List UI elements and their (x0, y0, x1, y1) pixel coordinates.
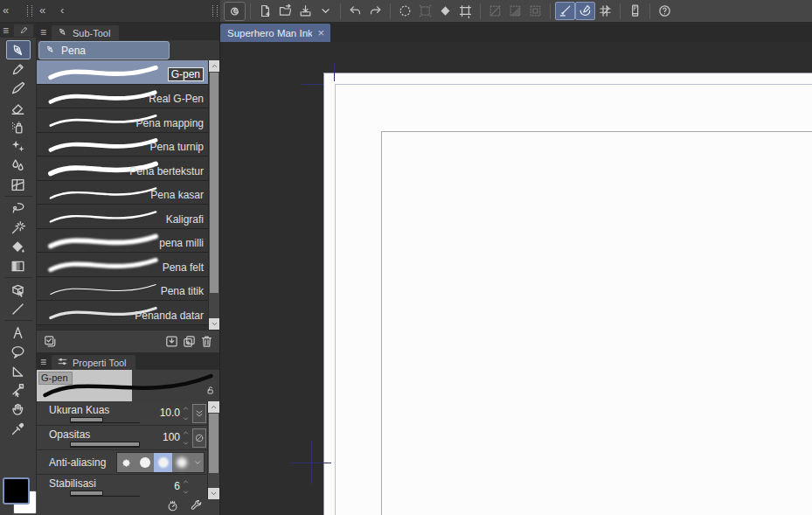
tool-decoration[interactable] (6, 136, 31, 156)
unlock-icon[interactable] (205, 384, 216, 400)
palette-grip-handle[interactable] (27, 5, 32, 17)
deselect-button[interactable] (395, 2, 415, 20)
tool-property-tab[interactable]: Properti Tool (52, 355, 135, 370)
tool-blend[interactable] (6, 156, 31, 175)
back-arrow-icon[interactable]: ‹ (60, 3, 64, 18)
anti-aliasing-weak-button[interactable] (135, 453, 154, 472)
scroll-thumb[interactable] (210, 73, 219, 293)
tool-property-menu-icon[interactable]: ≡ (40, 357, 46, 367)
brush-size-value[interactable]: 10.0 (160, 407, 180, 419)
multi-check-icon[interactable] (41, 333, 59, 351)
tool-palette-tab[interactable] (14, 24, 33, 37)
subtool-menu-icon[interactable]: ≡ (40, 27, 46, 38)
anti-aliasing-none-button[interactable] (117, 453, 135, 472)
subtool-item[interactable]: Pena bertekstur (37, 157, 208, 181)
tool-balloon[interactable] (6, 342, 31, 361)
palette-grip-handle-right[interactable] (212, 5, 218, 17)
subtool-item[interactable]: Pena felt (37, 253, 208, 277)
subtool-item[interactable]: Pena titik (37, 277, 208, 302)
pen-group-button[interactable]: Pena (38, 41, 170, 59)
detail-settings-icon[interactable] (187, 497, 205, 514)
tool-pencil[interactable] (6, 59, 31, 79)
subtool-tab[interactable]: Sub-Tool (52, 25, 119, 40)
fill-button[interactable] (435, 2, 455, 20)
new-file-button[interactable] (255, 2, 275, 20)
tool-operation[interactable] (6, 280, 31, 299)
close-tab-icon[interactable]: × (317, 27, 324, 38)
opacity-slider[interactable] (70, 442, 140, 448)
tool-airbrush[interactable] (6, 117, 31, 136)
opacity-dynamics-button[interactable] (192, 428, 206, 448)
opacity-spinner[interactable] (181, 429, 191, 447)
clip-studio-logo-button[interactable] (224, 2, 246, 21)
tool-selection[interactable] (6, 198, 31, 218)
companion-mode-button[interactable] (625, 2, 645, 20)
save-file-button[interactable] (295, 2, 316, 20)
help-button[interactable] (655, 2, 675, 20)
scroll-thumb[interactable] (209, 414, 219, 473)
canvas-area[interactable] (220, 42, 812, 515)
scroll-track[interactable] (208, 474, 219, 488)
tool-palette-menu-icon[interactable]: ≡ (3, 25, 9, 36)
stabilization-value[interactable]: 6 (174, 480, 180, 492)
snap-to-grid-button[interactable] (595, 2, 615, 20)
tool-pen[interactable] (6, 40, 31, 59)
undo-button[interactable] (345, 2, 365, 20)
foreground-color-swatch[interactable] (3, 477, 30, 505)
save-options-dropdown-button[interactable] (316, 2, 336, 20)
duplicate-subtool-icon[interactable] (180, 333, 198, 351)
tool-gradient[interactable] (6, 256, 31, 275)
subtool-item[interactable]: Kaligrafi (37, 205, 208, 229)
chevron-down-icon[interactable] (191, 453, 204, 472)
document-tab[interactable]: Superhero Man Inking × (220, 24, 330, 42)
stabilization-slider[interactable] (70, 491, 140, 497)
tool-figure-line[interactable] (6, 299, 31, 318)
brush-size-slider[interactable] (70, 417, 140, 423)
collapse-palette-icon[interactable]: « (3, 3, 9, 18)
tool-ruler[interactable] (6, 361, 31, 380)
invert-selection-button[interactable] (415, 2, 435, 20)
selection-area-button[interactable] (505, 2, 525, 20)
open-file-button[interactable] (275, 2, 295, 20)
delete-subtool-icon[interactable] (198, 333, 215, 351)
tool-eraser[interactable] (6, 98, 31, 117)
reset-settings-icon[interactable] (163, 497, 181, 514)
subtool-item[interactable]: Pena mapping (37, 108, 208, 133)
tool-auto-select[interactable] (6, 218, 31, 237)
scroll-up-button[interactable] (208, 401, 219, 413)
anti-aliasing-strong-button[interactable] (172, 453, 191, 472)
brush-size-dynamics-button[interactable] (192, 404, 206, 423)
subtool-item[interactable]: Pena kasar (37, 181, 208, 205)
subtool-item[interactable]: Penanda datar (37, 301, 208, 325)
tool-property-scrollbar[interactable] (207, 401, 219, 499)
redo-button[interactable] (365, 2, 385, 20)
selection-line-button[interactable] (485, 2, 505, 20)
tool-fill-bucket[interactable] (6, 237, 31, 256)
selection-rect-button[interactable] (525, 2, 545, 20)
tool-correct-line[interactable] (6, 380, 31, 400)
snap-to-special-ruler-button[interactable] (575, 2, 595, 20)
tool-hand[interactable] (6, 400, 31, 419)
tool-eyedropper[interactable] (6, 419, 31, 438)
scroll-track[interactable] (209, 294, 219, 318)
collapse-palette-2-icon[interactable]: « (39, 3, 45, 18)
canvas-page[interactable] (323, 73, 812, 515)
anti-aliasing-middle-button[interactable] (154, 453, 172, 472)
subtool-item[interactable]: G-pen (37, 60, 208, 85)
brush-size-spinner[interactable] (181, 405, 191, 422)
import-subtool-icon[interactable] (163, 333, 180, 351)
scroll-down-button[interactable] (208, 488, 219, 499)
subtool-item[interactable]: Pena turnip (37, 133, 208, 157)
subtool-scrollbar[interactable] (208, 60, 219, 330)
tool-brush[interactable] (6, 79, 31, 98)
tool-frame-border[interactable] (6, 175, 31, 194)
subtool-item[interactable]: Real G-Pen (37, 85, 208, 109)
tool-text[interactable] (6, 323, 31, 342)
opacity-value[interactable]: 100 (163, 431, 180, 443)
scroll-up-button[interactable] (209, 60, 219, 72)
scroll-down-button[interactable] (209, 318, 219, 330)
stabilization-spinner[interactable] (181, 478, 191, 496)
canvas-frame-button[interactable] (455, 2, 475, 20)
subtool-item[interactable]: pena milli (37, 229, 208, 254)
snap-to-ruler-button[interactable] (555, 2, 575, 20)
